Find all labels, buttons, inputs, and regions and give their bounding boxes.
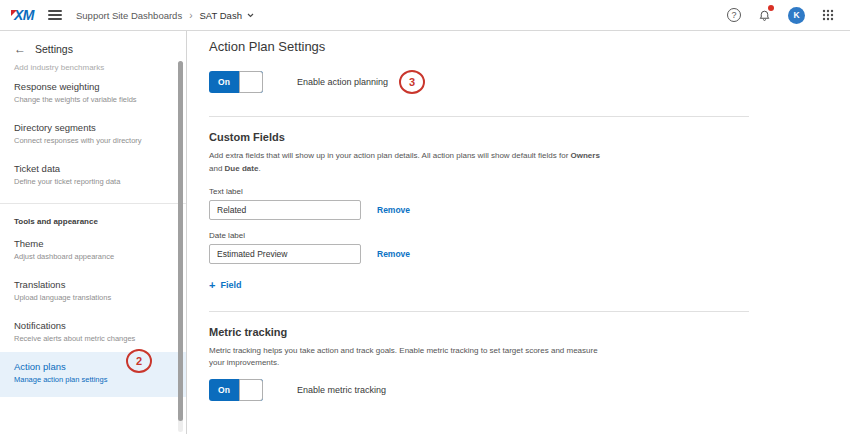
- sidebar-item-subtitle: Connect responses with your directory: [14, 136, 172, 145]
- sidebar-item-directory-segments[interactable]: Directory segments Connect responses wit…: [0, 113, 186, 154]
- xm-logo[interactable]: XM: [10, 7, 34, 23]
- sidebar-item-subtitle: Define your ticket reporting data: [14, 177, 172, 186]
- sidebar-scrollbar-thumb[interactable]: [178, 61, 183, 421]
- text-label-input[interactable]: [209, 200, 361, 220]
- custom-fields-heading: Custom Fields: [209, 131, 850, 143]
- chevron-down-icon: [247, 13, 254, 18]
- metric-tracking-section: Metric tracking Metric tracking helps yo…: [209, 326, 850, 402]
- date-label-caption: Date label: [209, 231, 850, 240]
- add-field-button[interactable]: + Field: [209, 280, 241, 291]
- sidebar-scroll-area: Add industry benchmarks Response weighti…: [0, 64, 186, 431]
- user-avatar[interactable]: K: [788, 7, 805, 24]
- description-text: your improvements.: [209, 358, 279, 367]
- breadcrumb-parent[interactable]: Support Site Dashboards: [76, 10, 182, 21]
- sidebar-item-theme[interactable]: Theme Adjust dashboard appearance: [0, 229, 186, 270]
- description-text: Metric tracking helps you take action an…: [209, 346, 598, 355]
- plus-icon: +: [209, 280, 215, 291]
- sidebar-item-title: Notifications: [14, 320, 172, 331]
- annotation-step-3: 3: [399, 70, 425, 94]
- sidebar-item-subtitle: Receive alerts about metric changes: [14, 334, 172, 343]
- sidebar-scrollbar-track[interactable]: [178, 61, 183, 432]
- text-label-caption: Text label: [209, 187, 850, 196]
- description-text: and: [209, 164, 225, 173]
- sidebar-item-subtitle: Upload language translations: [14, 293, 172, 302]
- metric-tracking-description: Metric tracking helps you take action an…: [209, 345, 754, 371]
- description-text: Add extra fields that will show up in yo…: [209, 151, 571, 160]
- settings-sidebar: ← Settings Add industry benchmarks Respo…: [0, 31, 187, 434]
- sidebar-item-title: Directory segments: [14, 122, 172, 133]
- sidebar-item-action-plans[interactable]: Action plans Manage action plan settings…: [0, 352, 186, 397]
- custom-fields-section: Custom Fields Add extra fields that will…: [209, 131, 850, 291]
- sidebar-item-title: Response weighting: [14, 81, 172, 92]
- sidebar-item-response-weighting[interactable]: Response weighting Change the weights of…: [0, 72, 186, 113]
- remove-text-field-link[interactable]: Remove: [377, 205, 410, 215]
- toggle-state-label: On: [209, 77, 239, 87]
- topbar: XM Support Site Dashboards › SAT Dash ? …: [0, 0, 850, 31]
- action-planning-toggle-row: On Enable action planning 3: [209, 70, 850, 94]
- date-field-row: Remove: [209, 244, 850, 264]
- annotation-step-2: 2: [126, 349, 152, 373]
- help-icon[interactable]: ?: [727, 8, 741, 22]
- metric-tracking-heading: Metric tracking: [209, 326, 850, 338]
- back-arrow-icon[interactable]: ←: [14, 43, 26, 55]
- sidebar-item-title: Translations: [14, 279, 172, 290]
- owners-bold-text: Owners: [571, 151, 600, 160]
- sidebar-item-subtitle: Manage action plan settings: [14, 375, 172, 384]
- breadcrumb: Support Site Dashboards › SAT Dash: [76, 10, 254, 21]
- sidebar-item-translations[interactable]: Translations Upload language translation…: [0, 270, 186, 311]
- sidebar-item-ticket-data[interactable]: Ticket data Define your ticket reporting…: [0, 154, 186, 195]
- breadcrumb-current-label: SAT Dash: [200, 10, 242, 21]
- logo-text: XM: [14, 7, 34, 23]
- sidebar-header: ← Settings: [0, 31, 186, 64]
- custom-fields-description: Add extra fields that will show up in yo…: [209, 150, 754, 176]
- metric-tracking-toggle-row: On Enable metric tracking: [209, 379, 850, 401]
- toggle-knob: [239, 71, 263, 93]
- text-field-row: Remove: [209, 200, 850, 220]
- toggle-knob: [239, 379, 263, 401]
- sidebar-item-title: Theme: [14, 238, 172, 249]
- hamburger-menu-icon[interactable]: [48, 10, 62, 20]
- section-divider: [209, 311, 749, 312]
- toggle-state-label: On: [209, 385, 239, 395]
- sidebar-item-title: Ticket data: [14, 163, 172, 174]
- add-field-label: Field: [220, 280, 241, 290]
- description-text: .: [258, 164, 260, 173]
- notifications-bell-icon[interactable]: [758, 8, 771, 22]
- breadcrumb-separator-icon: ›: [189, 10, 192, 21]
- breadcrumb-current[interactable]: SAT Dash: [200, 10, 254, 21]
- notification-badge: [768, 5, 774, 11]
- date-label-input[interactable]: [209, 244, 361, 264]
- section-divider: [209, 116, 749, 117]
- sidebar-item-subtitle: Adjust dashboard appearance: [14, 252, 172, 261]
- enable-metric-tracking-toggle[interactable]: On: [209, 379, 263, 401]
- remove-date-field-link[interactable]: Remove: [377, 249, 410, 259]
- app-grid-icon[interactable]: [822, 9, 834, 21]
- page-title: Action Plan Settings: [209, 39, 850, 54]
- due-date-bold-text: Due date: [225, 164, 259, 173]
- metric-tracking-toggle-label: Enable metric tracking: [297, 385, 386, 395]
- sidebar-item-subtitle: Change the weights of variable fields: [14, 95, 172, 104]
- sidebar-group-header: Tools and appearance: [0, 204, 186, 229]
- topbar-actions: ? K: [727, 7, 834, 24]
- sidebar-item-add-industry-benchmarks[interactable]: Add industry benchmarks: [0, 64, 186, 72]
- page-body: ← Settings Add industry benchmarks Respo…: [0, 31, 850, 434]
- action-planning-toggle-label: Enable action planning: [297, 77, 388, 87]
- main-content: Action Plan Settings On Enable action pl…: [187, 31, 850, 434]
- sidebar-title: Settings: [35, 43, 73, 55]
- sidebar-item-notifications[interactable]: Notifications Receive alerts about metri…: [0, 311, 186, 352]
- enable-action-planning-toggle[interactable]: On: [209, 71, 263, 93]
